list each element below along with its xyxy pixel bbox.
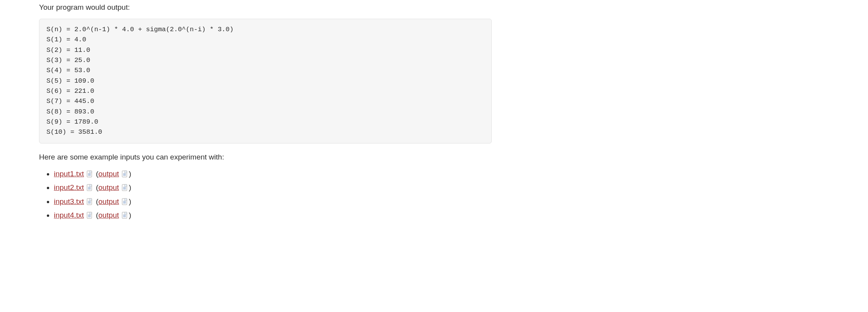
svg-rect-21 <box>89 199 92 200</box>
file-list: input1.txt (output ) input2.txt (output … <box>39 168 492 221</box>
document-icon <box>122 197 128 204</box>
document-icon <box>122 183 128 190</box>
example-inputs-text: Here are some example inputs you can exp… <box>39 153 492 161</box>
svg-rect-36 <box>125 212 127 214</box>
intro-text: Your program would output: <box>39 3 492 12</box>
svg-rect-16 <box>125 184 127 186</box>
paren-close: ) <box>129 170 131 178</box>
document-icon <box>87 197 93 204</box>
input-file-link[interactable]: input4.txt <box>54 211 84 219</box>
paren-close: ) <box>129 183 131 191</box>
input-file-link[interactable]: input3.txt <box>54 197 84 206</box>
document-icon <box>87 211 93 218</box>
output-file-link[interactable]: output <box>98 170 119 178</box>
list-item: input1.txt (output ) <box>54 168 492 180</box>
svg-rect-11 <box>89 184 92 186</box>
list-item: input2.txt (output ) <box>54 182 492 193</box>
paren-close: ) <box>129 197 131 206</box>
output-file-link[interactable]: output <box>98 211 119 219</box>
document-icon <box>87 170 93 177</box>
list-item: input4.txt (output ) <box>54 210 492 221</box>
document-icon <box>122 211 128 218</box>
document-content: Your program would output: S(n) = 2.0^(n… <box>0 3 492 221</box>
paren-close: ) <box>129 211 131 219</box>
list-item: input3.txt (output ) <box>54 196 492 207</box>
document-icon <box>87 183 93 190</box>
document-icon <box>122 170 128 177</box>
svg-rect-1 <box>89 171 92 173</box>
svg-rect-6 <box>125 171 127 173</box>
program-output-block: S(n) = 2.0^(n-1) * 4.0 + sigma(2.0^(n-i)… <box>39 19 492 144</box>
output-file-link[interactable]: output <box>98 197 119 206</box>
input-file-link[interactable]: input2.txt <box>54 183 84 191</box>
output-file-link[interactable]: output <box>98 183 119 191</box>
svg-rect-31 <box>89 212 92 214</box>
svg-rect-26 <box>125 199 127 200</box>
input-file-link[interactable]: input1.txt <box>54 170 84 178</box>
